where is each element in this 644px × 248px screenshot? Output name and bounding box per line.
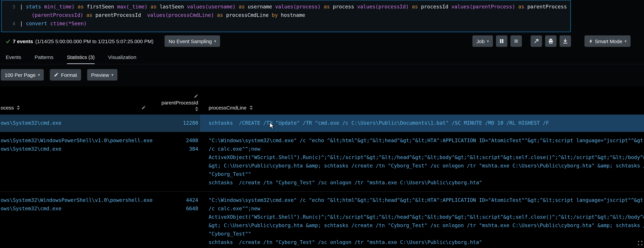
download-icon [562,38,568,44]
editor-line[interactable]: (parentProcessId) as parentProcessId val… [2,11,570,20]
cell-value[interactable]: &gt; C:\Users\Public\cyborg.hta &amp; sc… [208,162,644,170]
pencil-icon [194,94,198,98]
parent-process-id-cell: 44246648 [153,192,200,248]
edit-column-process-button[interactable] [141,105,146,110]
tab-visualization[interactable]: Visualization [108,54,136,64]
job-menu-button[interactable]: Job ▾ [472,35,493,47]
share-button[interactable] [530,35,542,47]
column-label-process-cmdline: processCmdLine [208,105,246,111]
chevron-down-icon: ▾ [214,39,216,43]
cell-value[interactable]: "Cyborg_Test"" [208,170,644,179]
job-label: Job [476,38,484,44]
lightning-bolt-icon [588,38,592,44]
chevron-down-icon: ▾ [111,73,113,77]
pencil-icon [54,72,59,77]
print-button[interactable] [545,35,556,47]
column-header-process-cmdline[interactable]: processCmdLine [208,105,252,111]
cell-value[interactable]: ows\System32\WindowsPowerShell\v1.0\powe… [1,196,153,204]
column-label-parent-process-id: parentProcessId [162,100,198,105]
pause-icon [499,39,504,44]
cell-value[interactable]: 6648 [153,204,198,213]
cell-value[interactable]: ows\System32\cmd.exe [1,145,153,153]
statistics-table-header: ocess parentProcessId processCmdLine [0,86,644,115]
spl-code: | convert ctime(*Seen) [20,20,87,28]
process-cell: ows\System32\WindowsPowerShell\v1.0\powe… [0,132,153,191]
tab-events[interactable]: Events [6,54,21,64]
column-header-process[interactable]: ocess [1,105,20,111]
sort-icon [250,105,252,110]
search-mode-label: Smart Mode [595,38,622,44]
events-time-range: (1/14/25 5:00:00.000 PM to 1/21/25 5:07:… [35,38,154,44]
spl-search-editor[interactable]: 3| stats min(_time) as firstSeen max(_ti… [1,0,571,32]
preview-label: Preview [91,72,109,78]
spl-editor-lines: 3| stats min(_time) as firstSeen max(_ti… [2,3,570,28]
sort-icon [17,105,20,110]
process-cmdline-cell: schtasks /CREATE /TN "Update" /TR "cmd.e… [200,115,644,132]
cell-value[interactable]: ows\System32\cmd.exe [1,204,153,213]
check-icon [6,39,10,44]
cell-value[interactable]: /c calc.exe"^;new [208,204,644,213]
chevron-down-icon: ▾ [625,39,626,43]
format-label: Format [61,72,77,78]
expand-handle-icon[interactable] [638,240,642,247]
cell-value[interactable]: ows\System32\WindowsPowerShell\v1.0\powe… [1,136,153,145]
cell-value[interactable]: "Cyborg_Test"" [208,230,644,238]
process-cmdline-cell: "C:\Windows\system32\cmd.exe" /c "echo ^… [200,132,644,191]
cell-value[interactable]: ows\System32\cmd.exe [1,119,153,127]
line-number: 4 [2,20,20,28]
editor-line[interactable]: 4| convert ctime(*Seen) [2,20,570,28]
cell-value[interactable]: 4424 [153,196,198,204]
search-status-bar: 7 events (1/14/25 5:00:00.000 PM to 1/21… [0,35,644,48]
cell-value[interactable]: &gt; C:\Users\Public\cyborg.hta &amp; sc… [208,221,644,230]
event-count-summary: 7 events (1/14/25 5:00:00.000 PM to 1/21… [0,35,220,47]
statistics-table-body: ows\System32\cmd.exe12280schtasks /CREAT… [0,115,644,248]
results-tabs: Events Patterns Statistics (3) Visualiza… [0,51,644,64]
spl-code: | stats min(_time) as firstSeen max(_tim… [20,3,571,11]
spl-code: (parentProcessId) as parentProcessId val… [20,11,305,20]
chevron-down-icon: ▾ [38,73,40,77]
event-sampling-label: No Event Sampling [168,38,212,44]
tab-statistics[interactable]: Statistics (3) [67,54,94,64]
event-sampling-button[interactable]: No Event Sampling ▾ [164,35,220,47]
cell-value[interactable]: 384 [153,145,198,153]
cell-value[interactable]: schtasks /create /tn "Cyborg_Test" /sc o… [208,179,644,187]
parent-process-id-cell: 12280 [153,115,200,132]
column-header-parent-process-id[interactable]: parentProcessId [153,94,198,111]
per-page-button[interactable]: 100 Per Page ▾ [1,69,44,81]
per-page-label: 100 Per Page [5,72,36,78]
chevron-down-icon: ▾ [487,39,489,43]
tab-patterns[interactable]: Patterns [35,54,54,64]
cell-value[interactable]: ActiveXObject("WScript.Shell").Run(c)^;^… [208,213,644,221]
process-cell: ows\System32\WindowsPowerShell\v1.0\powe… [0,192,153,248]
search-mode-button[interactable]: Smart Mode ▾ [584,35,630,47]
preview-button[interactable]: Preview ▾ [87,69,118,81]
cell-value[interactable]: 12280 [153,119,198,127]
pencil-icon [141,105,146,110]
splunk-search-page: 3| stats min(_time) as firstSeen max(_ti… [0,0,644,248]
print-icon [548,38,554,44]
cell-value[interactable]: 2408 [153,136,198,145]
cell-value[interactable]: /c calc.exe"^;new [208,145,644,153]
line-number [2,11,20,20]
format-button[interactable]: Format [50,69,81,81]
table-row[interactable]: ows\System32\WindowsPowerShell\v1.0\powe… [0,132,644,191]
cell-value[interactable]: ActiveXObject("WScript.Shell").Run(c)^;^… [208,153,644,162]
results-toolbar: 100 Per Page ▾ Format Preview ▾ [1,69,117,81]
table-row[interactable]: ows\System32\cmd.exe12280schtasks /CREAT… [0,115,644,132]
events-count: 7 events [13,38,33,44]
stop-icon [514,39,518,44]
cell-value[interactable]: schtasks /create /tn "Cyborg_Test" /sc o… [208,238,644,247]
editor-line[interactable]: 3| stats min(_time) as firstSeen max(_ti… [2,3,570,11]
stop-button[interactable] [510,35,522,47]
share-icon [534,38,539,44]
sort-icon [195,107,198,111]
export-button[interactable] [560,35,571,47]
process-cmdline-cell: "C:\Windows\system32\cmd.exe" /c "echo ^… [200,192,644,248]
cell-value[interactable]: "C:\Windows\system32\cmd.exe" /c "echo ^… [208,136,644,145]
pause-button[interactable] [496,35,508,47]
process-cell: ows\System32\cmd.exe [0,115,153,132]
job-controls: Job ▾ Smart Mode ▾ [472,35,630,48]
parent-process-id-cell: 2408384 [153,132,200,191]
table-row[interactable]: ows\System32\WindowsPowerShell\v1.0\powe… [0,191,644,248]
cell-value[interactable]: "C:\Windows\system32\cmd.exe" /c "echo ^… [208,196,644,204]
